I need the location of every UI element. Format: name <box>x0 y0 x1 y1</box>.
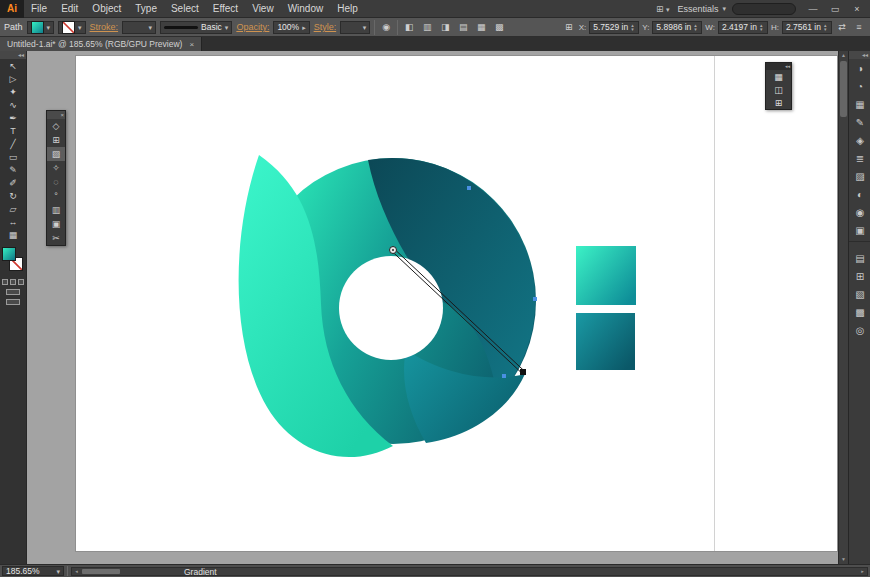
style-link[interactable]: Style: <box>314 22 337 32</box>
paintbrush-tool-button[interactable]: ✎ <box>0 163 26 176</box>
minimize-button[interactable]: — <box>802 0 824 18</box>
symbols-panel-button[interactable]: ◈ <box>849 131 870 149</box>
pencil-tool-button[interactable]: ✐ <box>0 176 26 189</box>
opacity-link[interactable]: Opacity: <box>236 22 269 32</box>
color-button[interactable] <box>2 279 8 285</box>
vertical-scrollbar[interactable]: ▲ ▼ <box>838 51 848 564</box>
menu-view[interactable]: View <box>245 0 281 18</box>
gradient-end-handle[interactable] <box>520 369 526 375</box>
gradient-square-2[interactable] <box>576 313 635 370</box>
y-field[interactable]: 5.8986 in ▴▾ <box>652 21 702 34</box>
symbol-sprayer-tool-button[interactable]: ° <box>47 189 65 203</box>
arrange-icon[interactable]: ⇄ <box>835 22 849 32</box>
transform-panel-icon[interactable]: ⊞ <box>766 96 791 109</box>
tools-panel-header[interactable]: ◂◂ <box>0 51 26 59</box>
align-right-icon[interactable]: ◨ <box>438 22 452 32</box>
gradient-tool-button[interactable]: ▨ <box>47 147 65 161</box>
fill-swatch[interactable] <box>2 247 16 261</box>
rotate-tool-button[interactable]: ↻ <box>0 189 26 202</box>
stroke-weight-dropdown[interactable]: ▾ <box>122 21 156 34</box>
artboards-panel-button[interactable]: ⊞ <box>849 267 870 285</box>
brush-definition-dropdown[interactable]: Basic ▾ <box>160 21 232 34</box>
fill-color-dropdown[interactable]: ▾ <box>27 21 55 34</box>
scroll-left-icon[interactable]: ◂ <box>72 568 81 574</box>
tab-close-icon[interactable]: × <box>189 40 194 49</box>
shape-builder-tool-button[interactable]: ◇ <box>47 119 65 133</box>
info-panel-button[interactable]: ◎ <box>849 321 870 339</box>
document-tab[interactable]: Untitled-1.ai* @ 185.65% (RGB/GPU Previe… <box>0 37 202 51</box>
zoom-level-dropdown[interactable]: 185.65% ▾ <box>2 566 64 576</box>
opacity-field[interactable]: 100% ▸ <box>273 21 309 34</box>
align-center-icon[interactable]: ▥ <box>420 22 434 32</box>
canvas[interactable]: × ◇ ⊞ ▨ ✧ ◌ ° ▥ ▣ ✂ ◂◂ ▦ ◫ ⊞ ▲ <box>27 51 848 564</box>
h-field[interactable]: 2.7561 in ▴▾ <box>782 21 832 34</box>
appearance-panel-button[interactable]: ◉ <box>849 203 870 221</box>
gradient-button[interactable] <box>10 279 16 285</box>
close-button[interactable]: × <box>846 0 868 18</box>
color-panel-button[interactable]: ◑ <box>849 59 870 77</box>
eyedropper-tool-button[interactable]: ✧ <box>47 161 65 175</box>
direct-selection-tool-button[interactable]: ▷ <box>0 72 26 85</box>
align-panel-icon[interactable]: ▦ <box>766 70 791 83</box>
brushes-panel-button[interactable]: ✎ <box>849 113 870 131</box>
scroll-right-icon[interactable]: ▸ <box>858 568 867 574</box>
none-button[interactable] <box>18 279 24 285</box>
stepper-icon[interactable]: ▴▾ <box>631 23 634 31</box>
vertical-scroll-thumb[interactable] <box>840 61 847 117</box>
w-field[interactable]: 2.4197 in ▴▾ <box>718 21 768 34</box>
pathfinder-panel-icon[interactable]: ◫ <box>766 83 791 96</box>
menu-type[interactable]: Type <box>128 0 164 18</box>
column-graph-tool-button[interactable]: ▥ <box>47 203 65 217</box>
transparency-panel-button[interactable]: ◐ <box>849 185 870 203</box>
lasso-tool-button[interactable]: ∿ <box>0 98 26 111</box>
pen-tool-button[interactable]: ✒ <box>0 111 26 124</box>
color-guide-panel-button[interactable]: ◔ <box>849 77 870 95</box>
rectangle-tool-button[interactable]: ▭ <box>0 150 26 163</box>
panel-menu-icon[interactable]: ≡ <box>852 22 866 32</box>
stepper-icon[interactable]: ▴▾ <box>824 23 827 31</box>
type-tool-button[interactable]: T <box>0 124 26 137</box>
mini-panel-header[interactable]: ◂◂ <box>766 63 791 70</box>
stroke-color-dropdown[interactable]: ▾ <box>58 21 86 34</box>
scroll-up-icon[interactable]: ▲ <box>839 51 848 60</box>
menu-effect[interactable]: Effect <box>206 0 245 18</box>
gradient-square-1[interactable] <box>576 246 636 305</box>
align-left-icon[interactable]: ◧ <box>402 22 416 32</box>
horizontal-scrollbar[interactable]: ◂ Gradient ▸ <box>71 567 868 576</box>
free-transform-tool-button[interactable]: ▦ <box>0 228 26 241</box>
style-dropdown[interactable]: ▾ <box>340 21 370 34</box>
menu-window[interactable]: Window <box>281 0 331 18</box>
scroll-down-icon[interactable]: ▼ <box>839 555 848 564</box>
app-logo[interactable]: Ai <box>0 0 24 18</box>
align-top-icon[interactable]: ▤ <box>456 22 470 32</box>
anchor-point[interactable] <box>533 297 537 301</box>
stepper-icon[interactable]: ▴▾ <box>694 23 697 31</box>
x-field[interactable]: 5.7529 in ▴▾ <box>589 21 639 34</box>
menu-help[interactable]: Help <box>330 0 365 18</box>
recolor-artwork-icon[interactable]: ◉ <box>379 22 393 32</box>
floating-tools-header[interactable]: × <box>47 111 65 119</box>
scale-tool-button[interactable]: ▱ <box>0 202 26 215</box>
workspace-switcher[interactable]: Essentials ▾ <box>677 4 726 14</box>
anchor-point[interactable] <box>502 374 506 378</box>
artboard-tool-button[interactable]: ▣ <box>47 217 65 231</box>
menu-select[interactable]: Select <box>164 0 206 18</box>
arrange-documents-icon[interactable]: ⊞ ▾ <box>654 4 672 14</box>
slice-tool-button[interactable]: ✂ <box>47 231 65 245</box>
stroke-link[interactable]: Stroke: <box>90 22 119 32</box>
layers-panel-button[interactable]: ▤ <box>849 249 870 267</box>
blend-tool-button[interactable]: ◌ <box>47 175 65 189</box>
stroke-panel-button[interactable]: ≣ <box>849 149 870 167</box>
dock-header[interactable]: ◂◂ <box>849 51 870 59</box>
stepper-icon[interactable]: ▴▾ <box>760 23 763 31</box>
width-tool-button[interactable]: ↔ <box>0 215 26 228</box>
graphic-styles-panel-button[interactable]: ▣ <box>849 221 870 239</box>
line-segment-tool-button[interactable]: ╱ <box>0 137 26 150</box>
menu-object[interactable]: Object <box>85 0 128 18</box>
screen-mode-button[interactable] <box>6 299 20 305</box>
pasteboard[interactable] <box>75 55 838 552</box>
align-bottom-icon[interactable]: ▩ <box>492 22 506 32</box>
gradient-panel-button[interactable]: ▨ <box>849 167 870 185</box>
menu-edit[interactable]: Edit <box>54 0 85 18</box>
restore-button[interactable]: ▭ <box>824 0 846 18</box>
